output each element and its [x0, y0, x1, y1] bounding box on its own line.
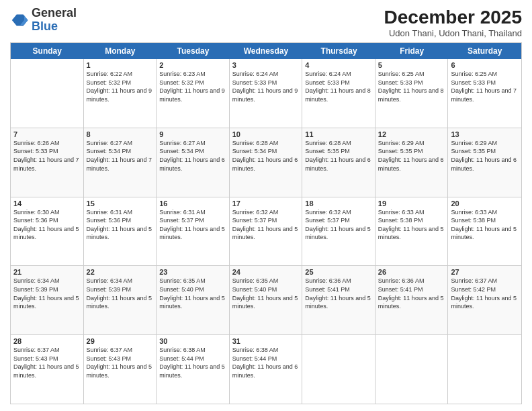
- day-info: Sunrise: 6:28 AMSunset: 5:34 PMDaylight:…: [232, 139, 300, 173]
- day-info: Sunrise: 6:32 AMSunset: 5:37 PMDaylight:…: [305, 208, 372, 242]
- day-info: Sunrise: 6:27 AMSunset: 5:34 PMDaylight:…: [159, 139, 226, 173]
- day-number: 24: [232, 268, 300, 276]
- week-row: 28Sunrise: 6:37 AMSunset: 5:43 PMDayligh…: [11, 334, 521, 404]
- day-cell: 20Sunrise: 6:33 AMSunset: 5:38 PMDayligh…: [448, 197, 521, 266]
- day-cell: 18Sunrise: 6:32 AMSunset: 5:37 PMDayligh…: [302, 197, 375, 266]
- day-cell: 29Sunrise: 6:37 AMSunset: 5:43 PMDayligh…: [84, 335, 157, 404]
- day-cell: 16Sunrise: 6:31 AMSunset: 5:37 PMDayligh…: [157, 197, 230, 266]
- day-number: 28: [13, 337, 81, 345]
- logo-blue: Blue: [32, 19, 58, 33]
- day-cell: 14Sunrise: 6:30 AMSunset: 5:36 PMDayligh…: [11, 197, 84, 266]
- day-header-thursday: Thursday: [302, 43, 375, 59]
- day-header-tuesday: Tuesday: [157, 43, 230, 59]
- day-cell: [302, 335, 375, 404]
- day-number: 25: [305, 268, 372, 276]
- day-number: 16: [159, 199, 226, 208]
- day-cell: 9Sunrise: 6:27 AMSunset: 5:34 PMDaylight…: [157, 128, 230, 197]
- day-cell: 22Sunrise: 6:34 AMSunset: 5:39 PMDayligh…: [84, 266, 157, 334]
- day-cell: 11Sunrise: 6:28 AMSunset: 5:35 PMDayligh…: [302, 128, 375, 197]
- day-cell: 23Sunrise: 6:35 AMSunset: 5:40 PMDayligh…: [157, 266, 230, 334]
- day-number: 4: [305, 61, 372, 69]
- day-info: Sunrise: 6:35 AMSunset: 5:40 PMDaylight:…: [232, 277, 300, 310]
- page-header: General Blue December 2025 Udon Thani, U…: [10, 7, 522, 38]
- day-info: Sunrise: 6:29 AMSunset: 5:35 PMDaylight:…: [378, 139, 445, 173]
- day-cell: [448, 335, 521, 404]
- day-number: 18: [305, 199, 372, 208]
- location: Udon Thani, Udon Thani, Thailand: [384, 28, 522, 38]
- day-headers: SundayMondayTuesdayWednesdayThursdayFrid…: [11, 43, 521, 59]
- day-info: Sunrise: 6:24 AMSunset: 5:33 PMDaylight:…: [232, 70, 300, 103]
- day-cell: [375, 335, 449, 404]
- week-row: 1Sunrise: 6:22 AMSunset: 5:32 PMDaylight…: [11, 59, 521, 128]
- day-cell: 17Sunrise: 6:32 AMSunset: 5:37 PMDayligh…: [230, 197, 303, 266]
- day-info: Sunrise: 6:38 AMSunset: 5:44 PMDaylight:…: [159, 346, 226, 379]
- day-info: Sunrise: 6:25 AMSunset: 5:33 PMDaylight:…: [451, 70, 519, 103]
- day-cell: 10Sunrise: 6:28 AMSunset: 5:34 PMDayligh…: [230, 128, 303, 197]
- day-info: Sunrise: 6:24 AMSunset: 5:33 PMDaylight:…: [305, 70, 372, 103]
- day-info: Sunrise: 6:27 AMSunset: 5:34 PMDaylight:…: [87, 139, 154, 173]
- title-area: December 2025 Udon Thani, Udon Thani, Th…: [384, 7, 522, 38]
- day-info: Sunrise: 6:36 AMSunset: 5:41 PMDaylight:…: [305, 277, 372, 310]
- day-info: Sunrise: 6:33 AMSunset: 5:38 PMDaylight:…: [451, 208, 519, 242]
- day-info: Sunrise: 6:37 AMSunset: 5:43 PMDaylight:…: [87, 346, 154, 379]
- day-cell: 8Sunrise: 6:27 AMSunset: 5:34 PMDaylight…: [84, 128, 157, 197]
- day-header-friday: Friday: [375, 43, 449, 59]
- week-row: 21Sunrise: 6:34 AMSunset: 5:39 PMDayligh…: [11, 265, 521, 334]
- week-row: 14Sunrise: 6:30 AMSunset: 5:36 PMDayligh…: [11, 197, 521, 266]
- day-cell: 15Sunrise: 6:31 AMSunset: 5:36 PMDayligh…: [84, 197, 157, 266]
- day-number: 15: [87, 199, 154, 208]
- day-info: Sunrise: 6:37 AMSunset: 5:42 PMDaylight:…: [451, 277, 519, 310]
- day-info: Sunrise: 6:33 AMSunset: 5:38 PMDaylight:…: [378, 208, 445, 242]
- logo-icon: [10, 11, 29, 30]
- day-cell: 31Sunrise: 6:38 AMSunset: 5:44 PMDayligh…: [230, 335, 303, 404]
- day-cell: 6Sunrise: 6:25 AMSunset: 5:33 PMDaylight…: [448, 59, 521, 128]
- day-cell: 30Sunrise: 6:38 AMSunset: 5:44 PMDayligh…: [157, 335, 230, 404]
- day-info: Sunrise: 6:34 AMSunset: 5:39 PMDaylight:…: [87, 277, 154, 310]
- day-info: Sunrise: 6:26 AMSunset: 5:33 PMDaylight:…: [13, 139, 81, 173]
- day-info: Sunrise: 6:35 AMSunset: 5:40 PMDaylight:…: [159, 277, 226, 310]
- day-info: Sunrise: 6:37 AMSunset: 5:43 PMDaylight:…: [13, 346, 81, 379]
- month-title: December 2025: [384, 7, 522, 28]
- day-number: 20: [451, 199, 519, 208]
- day-cell: 3Sunrise: 6:24 AMSunset: 5:33 PMDaylight…: [230, 59, 303, 128]
- day-info: Sunrise: 6:32 AMSunset: 5:37 PMDaylight:…: [232, 208, 300, 242]
- day-number: 12: [378, 130, 445, 138]
- day-cell: 1Sunrise: 6:22 AMSunset: 5:32 PMDaylight…: [84, 59, 157, 128]
- day-header-saturday: Saturday: [448, 43, 521, 59]
- day-number: 26: [378, 268, 445, 276]
- day-number: 27: [451, 268, 519, 276]
- day-info: Sunrise: 6:29 AMSunset: 5:35 PMDaylight:…: [451, 139, 519, 173]
- day-number: 23: [159, 268, 226, 276]
- day-cell: 19Sunrise: 6:33 AMSunset: 5:38 PMDayligh…: [375, 197, 449, 266]
- day-header-monday: Monday: [84, 43, 157, 59]
- day-number: 1: [87, 61, 154, 69]
- day-number: 22: [87, 268, 154, 276]
- day-info: Sunrise: 6:36 AMSunset: 5:41 PMDaylight:…: [378, 277, 445, 310]
- day-number: 6: [451, 61, 519, 69]
- day-number: 10: [232, 130, 300, 138]
- day-info: Sunrise: 6:31 AMSunset: 5:37 PMDaylight:…: [159, 208, 226, 242]
- day-cell: [11, 59, 84, 128]
- day-number: 2: [159, 61, 226, 69]
- day-cell: 21Sunrise: 6:34 AMSunset: 5:39 PMDayligh…: [11, 266, 84, 334]
- day-info: Sunrise: 6:22 AMSunset: 5:32 PMDaylight:…: [87, 70, 154, 103]
- logo-general: General: [32, 6, 77, 19]
- day-cell: 25Sunrise: 6:36 AMSunset: 5:41 PMDayligh…: [302, 266, 375, 334]
- day-number: 29: [87, 337, 154, 345]
- logo: General Blue: [10, 7, 77, 34]
- day-cell: 4Sunrise: 6:24 AMSunset: 5:33 PMDaylight…: [302, 59, 375, 128]
- day-cell: 27Sunrise: 6:37 AMSunset: 5:42 PMDayligh…: [448, 266, 521, 334]
- day-cell: 5Sunrise: 6:25 AMSunset: 5:33 PMDaylight…: [375, 59, 449, 128]
- day-number: 14: [13, 199, 81, 208]
- day-info: Sunrise: 6:30 AMSunset: 5:36 PMDaylight:…: [13, 208, 81, 242]
- day-number: 8: [87, 130, 154, 138]
- day-cell: 26Sunrise: 6:36 AMSunset: 5:41 PMDayligh…: [375, 266, 449, 334]
- day-cell: 12Sunrise: 6:29 AMSunset: 5:35 PMDayligh…: [375, 128, 449, 197]
- calendar: SundayMondayTuesdayWednesdayThursdayFrid…: [10, 42, 522, 404]
- day-number: 13: [451, 130, 519, 138]
- day-info: Sunrise: 6:34 AMSunset: 5:39 PMDaylight:…: [13, 277, 81, 310]
- day-number: 31: [232, 337, 300, 345]
- day-info: Sunrise: 6:25 AMSunset: 5:33 PMDaylight:…: [378, 70, 445, 103]
- week-row: 7Sunrise: 6:26 AMSunset: 5:33 PMDaylight…: [11, 128, 521, 197]
- day-header-sunday: Sunday: [11, 43, 84, 59]
